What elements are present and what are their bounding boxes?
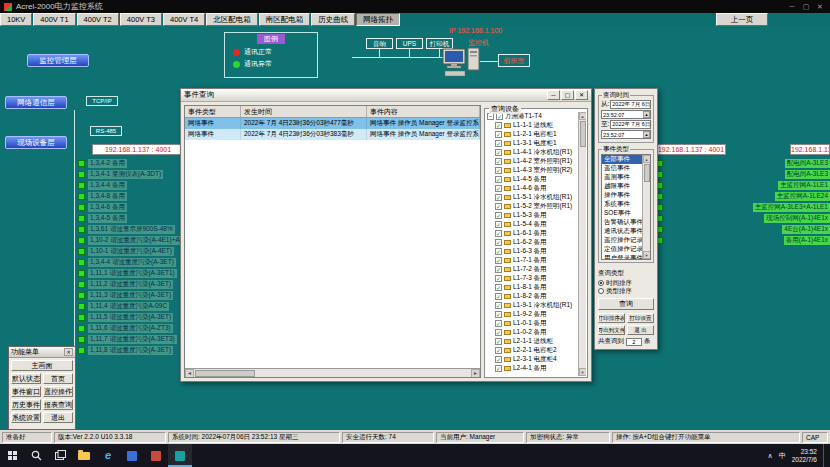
tree-item[interactable]: ✓ L1-4-6 备用 [487,184,578,193]
close-icon[interactable]: ✕ [64,348,73,356]
checkbox-checked-icon[interactable]: ✓ [495,131,502,138]
scroll-up-icon[interactable]: ▲ [579,112,587,120]
tree-item[interactable]: ✓ L1-7-1 备用 [487,256,578,265]
menu-button[interactable]: 首页 [43,373,73,384]
scada-app-button[interactable] [168,444,192,467]
tree-item[interactable]: ✓ L1-1-1 进线柜 [487,121,578,130]
checkbox-checked-icon[interactable]: ✓ [495,329,502,336]
tree-item[interactable]: ✓ L1-8-1 备用 [487,283,578,292]
tree-item[interactable]: ✓ L1-7-2 备用 [487,265,578,274]
menu-button[interactable]: 系统设置 [11,412,41,423]
checkbox-checked-icon[interactable]: ✓ [496,113,503,120]
event-type-option[interactable]: SOE事件 [602,209,642,218]
page-tab[interactable]: 10KV [0,13,32,26]
event-type-option[interactable]: 越限事件 [602,182,642,191]
previous-page-button[interactable]: 上一页 [716,13,768,26]
dialog-exit-button[interactable]: 退 出 [627,325,654,335]
show-desktop-button[interactable] [823,444,826,467]
checkbox-checked-icon[interactable]: ✓ [495,167,502,174]
device-row[interactable]: 现场控制网(A-1)4E1x [656,213,830,223]
scroll-right-icon[interactable]: ► [471,369,480,378]
sort-type-radio[interactable]: 类型排序 [598,287,654,295]
event-type-option[interactable]: 通讯状态事件 [602,227,642,236]
chevron-down-icon[interactable]: ▼ [650,121,651,128]
menu-button[interactable]: 事件窗口 [11,386,41,397]
tree-item[interactable]: ✓ L1-4-3 室外照明(R2) [487,166,578,175]
spinner-icon[interactable]: ▲ [643,111,650,118]
tree-item[interactable]: ✓ L2-3-1 电度柜4 [487,355,578,364]
device-row[interactable]: 主监控网A-1LE1 [656,180,830,190]
dialog-minimize-button[interactable]: ─ [547,90,560,100]
page-tab[interactable]: 历史曲线 [311,13,355,26]
minimize-icon[interactable]: ─ [786,1,798,12]
menu-button[interactable]: 退出 [43,412,73,423]
checkbox-checked-icon[interactable]: ✓ [495,284,502,291]
event-type-option[interactable]: 全部事件 [602,155,642,164]
checkbox-checked-icon[interactable]: ✓ [495,212,502,219]
checkbox-checked-icon[interactable]: ✓ [495,221,502,228]
app-button-blue[interactable] [120,444,144,467]
checkbox-checked-icon[interactable]: ✓ [495,356,502,363]
column-header-time[interactable]: 发生时间 [241,106,367,117]
page-tab[interactable]: 北区配电箱 [206,13,258,26]
checkbox-checked-icon[interactable]: ✓ [495,248,502,255]
checkbox-checked-icon[interactable]: ✓ [495,257,502,264]
checkbox-checked-icon[interactable]: ✓ [495,176,502,183]
search-button[interactable] [24,444,48,467]
checkbox-checked-icon[interactable]: ✓ [495,365,502,372]
tree-item[interactable]: ✓ L2-1-1 进线柜 [487,337,578,346]
checkbox-checked-icon[interactable]: ✓ [495,122,502,129]
ime-indicator[interactable]: 中 [779,451,786,461]
menu-button[interactable]: 默认状态 [11,373,41,384]
radio-icon[interactable] [598,288,604,294]
from-time-input[interactable]: 23:52:07 ▲ [601,110,651,119]
event-row[interactable]: 网络事件 2022年 7月 4日23时36分03秒383毫秒 网络事件 操作员 … [185,129,480,140]
tree-item[interactable]: ✓ L1-4-5 备用 [487,175,578,184]
event-type-option[interactable]: 遥测事件 [602,173,642,182]
checkbox-checked-icon[interactable]: ✓ [495,158,502,165]
tree-item[interactable]: ✓ L1-2-1 电容柜1 [487,130,578,139]
device-row[interactable]: 主监控网A-1LE24 [656,191,830,201]
tree-item[interactable]: ✓ L1-5-4 备用 [487,220,578,229]
radio-selected-icon[interactable] [598,280,604,286]
tree-item[interactable]: ✓ L1-7-3 备用 [487,274,578,283]
checkbox-checked-icon[interactable]: ✓ [495,320,502,327]
tree-item[interactable]: ✓ L1-0-2 备用 [487,328,578,337]
app-button-red[interactable] [144,444,168,467]
tree-item[interactable]: ✓ L1-4-1 冷水机组(R1) [487,148,578,157]
checkbox-checked-icon[interactable]: ✓ [495,347,502,354]
checkbox-checked-icon[interactable]: ✓ [495,311,502,318]
checkbox-checked-icon[interactable]: ✓ [495,266,502,273]
scroll-down-icon[interactable]: ▼ [643,251,651,259]
tree-item[interactable]: ✓ L1-5-1 冷水机组(R1) [487,193,578,202]
dialog-close-button[interactable]: ✕ [575,90,588,100]
page-tab[interactable]: 南区配电箱 [259,13,311,26]
file-explorer-button[interactable] [72,444,96,467]
tree-item[interactable]: ✓ L2-4-1 备用 [487,364,578,373]
checkbox-checked-icon[interactable]: ✓ [495,203,502,210]
scroll-down-icon[interactable]: ▼ [579,368,587,376]
page-tab[interactable]: 400V T4 [163,13,205,26]
device-row[interactable]: 配电间A-3LE3 [656,169,830,179]
type-list-scrollbar[interactable]: ▲ ▼ [642,155,650,259]
device-row[interactable]: 备用(A-1)4E1x [656,235,830,245]
ups-device-box[interactable]: UPS [396,38,423,49]
device-row[interactable]: 主监控网A-3LE3+A-1LE1 [656,202,830,212]
tree-item[interactable]: ✓ L1-6-1 备用 [487,229,578,238]
checkbox-checked-icon[interactable]: ✓ [495,149,502,156]
tree-item[interactable]: ✓ L1-3-1 电度柜1 [487,139,578,148]
menu-button[interactable]: 报表查询 [43,399,73,410]
menu-titlebar[interactable]: 功能菜单 ✕ [9,347,75,358]
print-setup-button[interactable]: 打印设置 [627,313,654,323]
dialog-titlebar[interactable]: 事件查询 ─ ▢ ✕ [181,89,591,102]
chevron-down-icon[interactable]: ▼ [650,101,651,108]
tree-item[interactable]: ✓ L1-9-2 备用 [487,310,578,319]
menu-button[interactable]: 遥控操作 [43,386,73,397]
checkbox-checked-icon[interactable]: ✓ [495,338,502,345]
device-row[interactable]: 配电间A-3LE3 [656,158,830,168]
event-type-option[interactable]: 遥信事件 [602,164,642,173]
tree-item[interactable]: ✓ L2-2-1 电容柜2 [487,346,578,355]
event-type-option[interactable]: 遥控操作记录 [602,236,642,245]
to-date-picker[interactable]: 2022年 7月 6日 ▼ [610,120,651,129]
main-screen-button[interactable]: 主画面 [11,360,73,371]
